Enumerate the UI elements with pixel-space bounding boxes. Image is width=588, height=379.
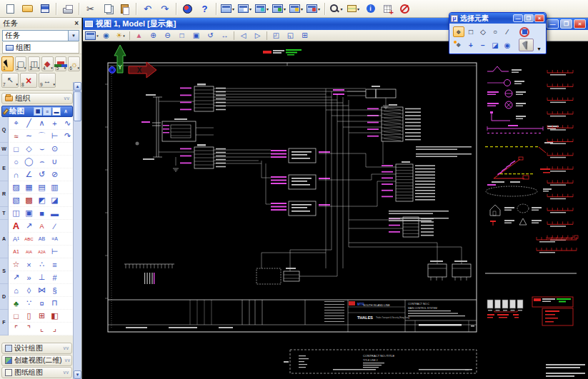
disable-snaps-button[interactable]: [397, 1, 413, 16]
redo-button[interactable]: ↷: [156, 1, 173, 16]
view-render-button[interactable]: ▾: [271, 1, 287, 16]
pan-view-button[interactable]: ↔: [218, 31, 231, 41]
dropdown-arrow-icon[interactable]: ▾: [232, 6, 234, 11]
place-smartline[interactable]: ⌖: [10, 118, 22, 129]
dropdown-arrow-icon[interactable]: ▾: [53, 82, 55, 86]
palette-tab-q[interactable]: Q: [0, 117, 9, 143]
view-display-button[interactable]: ▾: [254, 1, 270, 16]
dropdown-arrow-icon[interactable]: ▾: [51, 66, 53, 70]
place-line[interactable]: ╱: [23, 118, 35, 129]
update-view-button[interactable]: ◱: [284, 31, 297, 41]
place-note[interactable]: ↗: [23, 221, 35, 232]
place-conic[interactable]: ⊢: [49, 131, 61, 142]
view-attributes-button[interactable]: ▾: [85, 31, 99, 41]
spell-check[interactable]: ∕: [49, 221, 61, 232]
dropdown-arrow-icon[interactable]: ▾: [284, 6, 286, 11]
pattern-area[interactable]: ▤: [36, 182, 48, 193]
select-disable-handles[interactable]: [519, 26, 530, 37]
maximize-button[interactable]: ❐: [560, 19, 572, 29]
grid-points[interactable]: #: [49, 272, 61, 283]
place-point[interactable]: +: [49, 118, 61, 129]
place-circle[interactable]: ○: [10, 156, 22, 168]
fill-datafield[interactable]: A1: [10, 246, 22, 258]
select-cell[interactable]: ▣: [23, 208, 35, 219]
copy-datafield[interactable]: AIA: [23, 246, 35, 258]
corner-top-right[interactable]: ⌝: [23, 323, 35, 335]
palette-title-bar[interactable]: μ 选择元素 — ❐ ×: [449, 13, 546, 24]
dropdown-arrow-icon[interactable]: ▾: [340, 6, 342, 11]
panel-view-toggle[interactable]: ▬: [52, 107, 61, 116]
fence-grid[interactable]: ⊞: [36, 310, 48, 322]
place-fence-shape[interactable]: ▯: [23, 310, 35, 322]
detail-symbol[interactable]: ∵: [23, 298, 35, 309]
palette-tab-s[interactable]: S: [0, 258, 9, 284]
place-vegetation[interactable]: ♣: [10, 298, 22, 309]
place-fence-block[interactable]: □: [10, 310, 22, 322]
corner-top-left[interactable]: ⌜: [10, 323, 22, 335]
fit-view-button[interactable]: ▣: [189, 31, 203, 41]
undo-button[interactable]: ↶: [139, 1, 156, 16]
view-set-button[interactable]: ⊞: [298, 31, 312, 41]
match-pattern[interactable]: ◪: [49, 195, 61, 206]
place-text-node[interactable]: ≡A: [49, 233, 61, 245]
point-at-distance[interactable]: »: [23, 272, 35, 283]
window-area-button[interactable]: □: [175, 31, 189, 41]
delete-element-tool[interactable]: ×8: [20, 73, 37, 88]
section-organize[interactable]: 组织 ∨∨: [1, 93, 73, 104]
list-view-toggle[interactable]: ≡: [43, 107, 51, 116]
palette-maximize-button[interactable]: ❐: [524, 14, 534, 22]
collapse-toggle[interactable]: ∧: [61, 107, 70, 116]
select-overlap-mode[interactable]: ◉: [502, 40, 513, 51]
place-terrain[interactable]: ⌂: [10, 285, 22, 296]
settings-tool[interactable]: ☼6▾: [68, 56, 80, 71]
place-parametric[interactable]: ⋈: [36, 285, 48, 296]
edit-text[interactable]: A: [36, 221, 48, 232]
select-extended-mode[interactable]: ⌖: [453, 40, 464, 51]
palette-tab-a[interactable]: A: [0, 220, 9, 258]
paste-button[interactable]: [116, 1, 133, 16]
fence-tool[interactable]: ▢2▾: [15, 56, 27, 71]
select-subtract-mode[interactable]: −: [477, 40, 489, 51]
drawing-canvas[interactable]: Y X MTR SOUTH ISLAND LINE THALES Thales …: [83, 41, 588, 379]
link-tool[interactable]: ↖7▾: [1, 73, 19, 88]
render-globe-button[interactable]: [179, 1, 196, 16]
place-table[interactable]: ⊓: [49, 298, 61, 309]
task-design-composition[interactable]: 设计组图∨∨: [1, 343, 72, 354]
place-shape[interactable]: ◇: [23, 143, 35, 155]
palette-tab-t[interactable]: T: [0, 207, 9, 220]
cell-library-button[interactable]: ▾: [345, 1, 362, 16]
rotate-view-button[interactable]: ↺: [204, 31, 217, 41]
copy-increment-datafield[interactable]: A2A: [36, 246, 48, 258]
define-cell-origin[interactable]: ■: [36, 208, 48, 219]
task-create-views-2d[interactable]: 创建视图(二维)∨∨: [1, 355, 72, 366]
cursor-preview[interactable]: [519, 39, 534, 51]
combo-dropdown-icon[interactable]: ▼: [68, 31, 79, 41]
dropdown-arrow-icon[interactable]: ▾: [38, 66, 40, 70]
new-design-button[interactable]: ▾: [236, 1, 253, 16]
view-next-button[interactable]: ▷: [251, 31, 264, 41]
open-file-button[interactable]: [19, 1, 36, 16]
modify-arc-axis[interactable]: ⊘: [49, 169, 61, 181]
palette-tab-w[interactable]: W: [0, 143, 9, 156]
place-half-ellipse[interactable]: ∪: [49, 156, 61, 168]
dropdown-arrow-icon[interactable]: ▾: [301, 6, 303, 11]
models-tool[interactable]: ◫3▾: [28, 56, 40, 71]
match-text-attributes[interactable]: ABC: [23, 233, 35, 245]
palette-tab-e[interactable]: E: [0, 156, 9, 181]
zoom-settings-button[interactable]: ▾: [328, 1, 344, 16]
place-multiline[interactable]: ∧: [36, 118, 48, 129]
place-freehand[interactable]: ≈: [10, 131, 22, 142]
place-block[interactable]: □: [10, 143, 22, 155]
palette-tab-r[interactable]: R: [0, 181, 9, 207]
view-layers-button[interactable]: ▾: [288, 1, 304, 16]
palette-tab-f[interactable]: F: [0, 310, 9, 335]
cut-button[interactable]: ✂: [82, 1, 99, 16]
open-view-group-button[interactable]: ▾: [219, 1, 236, 16]
dropdown-arrow-icon[interactable]: ▾: [96, 34, 99, 38]
save-file-button[interactable]: [36, 1, 53, 16]
palette-tool[interactable]: 5▾: [55, 56, 67, 71]
place-cell[interactable]: ◫: [10, 208, 22, 219]
show-pattern-attributes[interactable]: ▧: [10, 195, 22, 206]
help-button[interactable]: ?: [196, 1, 213, 16]
points-along[interactable]: ≡: [49, 259, 61, 271]
